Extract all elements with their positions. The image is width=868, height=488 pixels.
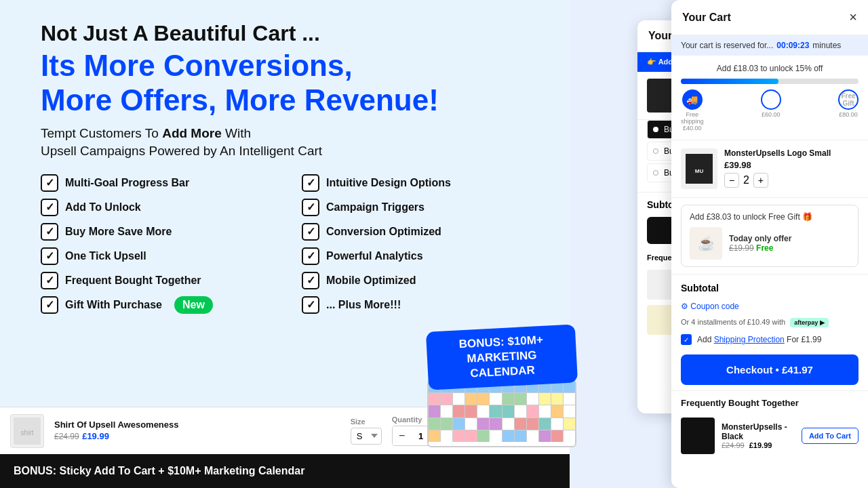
check-icon-5 — [41, 272, 58, 289]
checkout-button[interactable]: Checkout • £41.97 — [681, 354, 859, 385]
feature-item-r3: Conversion Optimized — [302, 223, 542, 241]
check-icon-r1 — [302, 174, 319, 192]
freq-bought-title: Frequently Bought Together — [671, 390, 868, 412]
product-new-price: £19.99 — [82, 431, 109, 441]
milestone-shipping-icon: 🚚 — [682, 89, 703, 110]
installments: Or 4 installments of £10.49 with afterpa… — [671, 315, 868, 330]
cart-item-price: £39.98 — [724, 160, 859, 170]
main-cart: Your Cart × Your cart is reserved for...… — [671, 0, 868, 488]
milestone-gift-icon: FreeGift — [838, 89, 859, 110]
size-label: Size — [351, 418, 382, 426]
product-old-price: £24.99 — [54, 432, 79, 441]
shipping-protection: ✓ Add Shipping Protection For £1.99 — [671, 330, 868, 349]
qty-value: 2 — [743, 174, 749, 186]
qty-minus-bar[interactable]: − — [393, 426, 412, 445]
cart-item-img: MU — [681, 148, 717, 189]
progress-milestones: 🚚 Freeshipping £40.00 15%Off £60.00 Free… — [681, 89, 859, 131]
cart-close-button[interactable]: × — [849, 9, 857, 25]
headline-2: Its More Conversions,More Offers, More R… — [41, 49, 542, 117]
today-offer: ☕ Today only offer £19.99 Free — [690, 227, 850, 260]
badge-new: New — [174, 296, 213, 314]
feature-item-6: Gift With Purchase New — [41, 296, 281, 314]
milestone-shipping-label: Freeshipping — [681, 111, 704, 125]
size-select-input[interactable]: SMLXL — [351, 428, 382, 445]
freq-item-details: MonsterUpsells - Black £24.99 £19.99 — [722, 422, 795, 449]
today-offer-old-price: £19.99 — [729, 243, 754, 253]
freq-item-new-price: £19.99 — [749, 441, 772, 449]
svg-text:MU: MU — [695, 168, 704, 174]
cart-item-1: MU MonsterUpsells Logo Small £39.98 − 2 … — [671, 140, 868, 198]
feature-item-4: One Tick Upsell — [41, 247, 281, 265]
cart-header: Your Cart × — [671, 0, 868, 35]
feature-item-r1: Intuitive Design Options — [302, 174, 542, 192]
check-icon-2 — [41, 199, 58, 216]
bonus-overlay: BONUS: $10M+MARKETING CALENDAR — [427, 328, 576, 447]
radio-icon-1 — [653, 127, 658, 132]
product-bar-info: Shirt Of Upsell Awesomeness £24.99 £19.9… — [54, 420, 340, 442]
feature-item-r6: ... Plus More!!! — [302, 296, 542, 314]
afterpay-logo: afterpay ▶ — [790, 318, 829, 327]
check-icon-r6 — [302, 296, 319, 314]
freq-item-old-price: £24.99 — [722, 441, 745, 449]
feature-item-3: Buy More Save More — [41, 223, 281, 241]
check-icon-6 — [41, 296, 58, 314]
milestone-shipping: 🚚 Freeshipping £40.00 — [681, 89, 704, 131]
milestone-15off: 15%Off £60.00 — [761, 89, 781, 131]
progress-track — [681, 79, 859, 84]
feature-item-1: Multi-Goal Progress Bar — [41, 174, 281, 192]
radio-icon-3 — [653, 170, 658, 176]
size-selector: Size SMLXL — [351, 418, 382, 445]
cart-title: Your Cart — [682, 12, 731, 24]
freq-bought-item: MonsterUpsells - Black £24.99 £19.99 Add… — [671, 412, 868, 460]
cart-item-details: MonsterUpsells Logo Small £39.98 − 2 + — [724, 148, 859, 188]
freq-item-behind-img-pink — [647, 270, 674, 300]
freq-item-img — [681, 418, 715, 454]
milestone-15off-icon: 15%Off — [761, 89, 781, 110]
check-icon-r4 — [302, 247, 319, 265]
shipping-protection-check[interactable]: ✓ — [681, 334, 692, 345]
cart-subtotal: Subtotal — [671, 274, 868, 298]
cart-timer: 00:09:23 — [776, 41, 809, 50]
sticky-bar: BONUS: Sticky Add To Cart + $10M+ Market… — [0, 454, 570, 488]
qty-controls: − 2 + — [724, 173, 859, 188]
check-icon-1 — [41, 174, 58, 192]
progress-section: Add £18.03 to unlock 15% off 🚚 Freeshipp… — [671, 56, 868, 140]
progress-text: Add £18.03 to unlock 15% off — [681, 64, 859, 73]
today-offer-free: Free — [756, 243, 773, 253]
today-offer-name: Today only offer — [729, 234, 791, 243]
milestone-gift-label: £80.00 — [838, 111, 859, 118]
milestone-shipping-amount: £40.00 — [681, 125, 704, 131]
features-grid: Multi-Goal Progress Bar Intuitive Design… — [41, 174, 542, 314]
cart-item-name: MonsterUpsells Logo Small — [724, 148, 859, 158]
shipping-protection-link[interactable]: Shipping Protection — [714, 335, 785, 344]
check-icon-4 — [41, 247, 58, 265]
unlock-text: Add £38.03 to unlock Free Gift 🎁 — [690, 212, 850, 222]
product-name: Shirt Of Upsell Awesomeness — [54, 420, 340, 430]
milestone-15off-label: £60.00 — [761, 111, 781, 118]
unlock-banner: Add £38.03 to unlock Free Gift 🎁 ☕ Today… — [681, 205, 859, 267]
today-offer-img: ☕ — [690, 227, 722, 260]
cart-reserved-bar: Your cart is reserved for... 00:09:23 mi… — [671, 35, 868, 56]
freq-item-behind-img-yellow — [647, 305, 674, 335]
shipping-protection-text: Add Shipping Protection For £1.99 — [697, 335, 821, 344]
feature-item-r2: Campaign Triggers — [302, 199, 542, 216]
calendar-preview — [427, 380, 576, 447]
bonus-badge: BONUS: $10M+MARKETING CALENDAR — [426, 324, 578, 390]
svg-text:shirt: shirt — [21, 429, 34, 436]
check-icon-r5 — [302, 272, 319, 289]
progress-fill — [681, 79, 778, 84]
feature-item-2: Add To Unlock — [41, 199, 281, 216]
feature-item-5: Frequent Bought Together — [41, 272, 281, 289]
freq-add-cart-button[interactable]: Add To Cart — [802, 428, 859, 444]
freq-item-name: MonsterUpsells - Black — [722, 422, 795, 441]
radio-icon-2 — [653, 148, 658, 154]
progress-bar-container — [681, 79, 859, 84]
qty-minus-button[interactable]: − — [724, 173, 739, 188]
subheadline: Tempt Customers To Add More With Upsell … — [41, 125, 542, 161]
today-offer-info: Today only offer £19.99 Free — [729, 234, 791, 253]
coupon-section[interactable]: ⚙ Coupon code — [671, 298, 868, 315]
qty-plus-button[interactable]: + — [753, 173, 768, 188]
headline-1: Not Just A Beautiful Cart ... — [41, 20, 542, 46]
check-icon-r2 — [302, 199, 319, 216]
check-icon-3 — [41, 223, 58, 241]
